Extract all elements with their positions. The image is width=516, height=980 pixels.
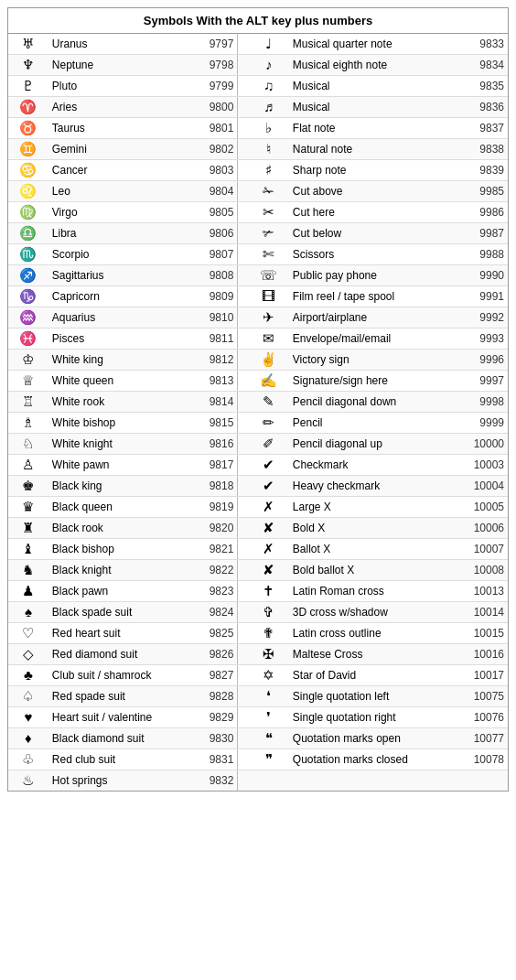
left-num: 9811: [193, 328, 238, 350]
table-row: ♔ White king 9812 ✌ Victory sign 9996: [8, 350, 508, 371]
left-num: 9812: [193, 350, 238, 371]
right-name: Latin cross outline: [289, 623, 462, 644]
table-row: ♞ Black knight 9822 ✘ Bold ballot X 1000…: [8, 560, 508, 581]
left-name: White king: [48, 350, 193, 371]
right-num: 9996: [462, 350, 508, 371]
left-num: 9818: [193, 476, 238, 497]
table-row: ◇ Red diamond suit 9826 ✠ Maltese Cross …: [8, 644, 508, 665]
left-name: Black knight: [48, 560, 193, 581]
left-name: White queen: [48, 371, 193, 392]
right-num: 10076: [462, 707, 508, 728]
right-symbol: ✁: [249, 181, 289, 202]
left-symbol: ♅: [8, 34, 48, 55]
table-row: ♥ Heart suit / valentine 9829 ❜ Single q…: [8, 707, 508, 728]
col-divider: [238, 476, 249, 497]
right-num: 9838: [462, 139, 508, 160]
left-num: 9799: [193, 76, 238, 97]
right-symbol: ✈: [249, 307, 289, 328]
right-num: 9839: [462, 160, 508, 181]
right-name: Signature/sign here: [289, 371, 462, 392]
left-name: Uranus: [48, 34, 193, 55]
left-name: Virgo: [48, 202, 193, 223]
right-symbol: 🎞: [249, 286, 289, 307]
col-divider: [238, 560, 249, 581]
left-num: 9809: [193, 286, 238, 307]
right-name: Victory sign: [289, 350, 462, 371]
left-num: 9810: [193, 307, 238, 328]
left-symbol: ♤: [8, 686, 48, 707]
right-symbol: ✔: [249, 455, 289, 476]
right-num: 10013: [462, 581, 508, 602]
right-num: 10008: [462, 560, 508, 581]
left-num: 9813: [193, 371, 238, 392]
right-name: Maltese Cross: [289, 644, 462, 665]
right-name: Musical: [289, 76, 462, 97]
left-name: Hot springs: [48, 770, 193, 792]
left-num: 9823: [193, 581, 238, 602]
left-num: 9797: [193, 34, 238, 55]
right-symbol: ✝: [249, 581, 289, 602]
right-name: 3D cross w/shadow: [289, 602, 462, 623]
left-name: Aquarius: [48, 307, 193, 328]
left-num: 9805: [193, 202, 238, 223]
table-row: ♡ Red heart suit 9825 ✟ Latin cross outl…: [8, 623, 508, 644]
left-symbol: ♑: [8, 286, 48, 307]
right-symbol: ❛: [249, 686, 289, 707]
table-row: ♆ Neptune 9798 ♪ Musical eighth note 983…: [8, 55, 508, 76]
right-name: Ballot X: [289, 539, 462, 560]
right-symbol: ♫: [249, 76, 289, 97]
left-symbol: ♗: [8, 413, 48, 434]
left-num: 9826: [193, 644, 238, 665]
left-symbol: ♇: [8, 76, 48, 97]
left-name: Cancer: [48, 160, 193, 181]
table-row: ♐ Sagittarius 9808 ☏ Public pay phone 99…: [8, 265, 508, 286]
right-name: Film reel / tape spool: [289, 286, 462, 307]
right-name: Single quotation right: [289, 707, 462, 728]
table-row: ♎ Libra 9806 ✃ Cut below 9987: [8, 223, 508, 244]
left-num: 9822: [193, 560, 238, 581]
left-name: Red diamond suit: [48, 644, 193, 665]
left-symbol: ♞: [8, 560, 48, 581]
left-name: Black spade suit: [48, 602, 193, 623]
right-name: Large X: [289, 497, 462, 518]
col-divider: [238, 350, 249, 371]
table-row: ♌ Leo 9804 ✁ Cut above 9985: [8, 181, 508, 202]
right-symbol: ❞: [249, 749, 289, 770]
col-divider: [238, 392, 249, 413]
right-name: Star of David: [289, 665, 462, 686]
col-divider: [238, 181, 249, 202]
left-num: 9827: [193, 665, 238, 686]
left-num: 9807: [193, 244, 238, 265]
right-symbol: ❜: [249, 707, 289, 728]
right-name: Musical quarter note: [289, 34, 462, 55]
left-name: Aries: [48, 97, 193, 118]
col-divider: [238, 223, 249, 244]
symbols-table: ♅ Uranus 9797 ♩ Musical quarter note 983…: [8, 34, 508, 791]
right-num: 10000: [462, 434, 508, 455]
right-num: 10017: [462, 665, 508, 686]
col-divider: [238, 202, 249, 223]
right-symbol: ✌: [249, 350, 289, 371]
right-symbol: ✏: [249, 413, 289, 434]
right-symbol: [249, 770, 289, 792]
col-divider: [238, 34, 249, 55]
left-num: 9824: [193, 602, 238, 623]
left-name: Leo: [48, 181, 193, 202]
right-num: 10014: [462, 602, 508, 623]
right-symbol: ♩: [249, 34, 289, 55]
left-num: 9808: [193, 265, 238, 286]
right-num: 9837: [462, 118, 508, 139]
right-symbol: ✍: [249, 371, 289, 392]
right-symbol: ✞: [249, 602, 289, 623]
left-symbol: ♡: [8, 623, 48, 644]
left-num: 9817: [193, 455, 238, 476]
table-row: ♟ Black pawn 9823 ✝ Latin Roman cross 10…: [8, 581, 508, 602]
left-num: 9825: [193, 623, 238, 644]
left-symbol: ♎: [8, 223, 48, 244]
right-name: Public pay phone: [289, 265, 462, 286]
table-row: ♧ Red club suit 9831 ❞ Quotation marks c…: [8, 749, 508, 770]
col-divider: [238, 286, 249, 307]
left-symbol: ♣: [8, 665, 48, 686]
left-num: 9831: [193, 749, 238, 770]
table-row: ♠ Black spade suit 9824 ✞ 3D cross w/sha…: [8, 602, 508, 623]
